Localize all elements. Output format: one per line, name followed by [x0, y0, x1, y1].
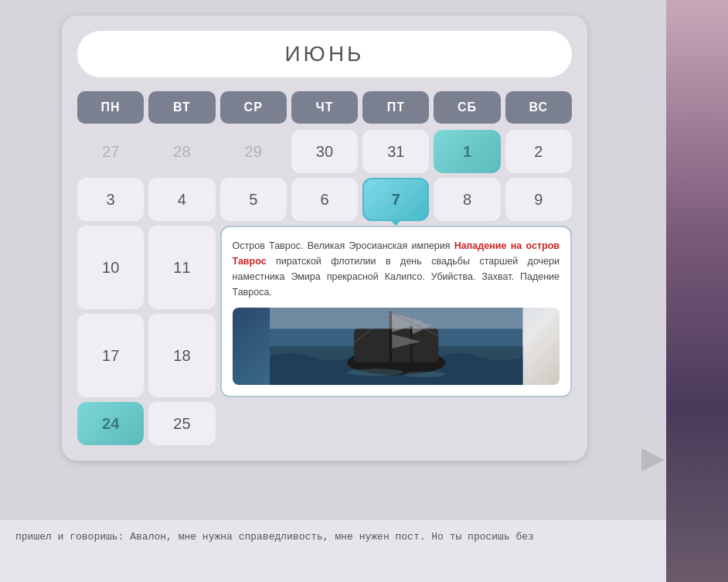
day-29[interactable]: 29 — [220, 130, 287, 173]
day-17[interactable]: 17 — [77, 314, 144, 397]
day-8[interactable]: 8 — [434, 178, 500, 221]
day-31[interactable]: 31 — [362, 130, 429, 173]
svg-point-8 — [347, 369, 403, 376]
event-text-after: пиратской флотилии в день свадьбы старше… — [233, 256, 560, 298]
day-1[interactable]: 1 — [434, 130, 500, 173]
day-3[interactable]: 3 — [77, 178, 144, 221]
weekday-mon: ПН — [77, 91, 144, 124]
bottom-text-area: пришел и говоришь: Авалон, мне нужна спр… — [0, 520, 666, 582]
spacer-last — [220, 402, 572, 445]
day-18[interactable]: 18 — [148, 314, 215, 397]
weekday-thu: ЧТ — [291, 91, 358, 124]
day-27[interactable]: 27 — [77, 130, 144, 173]
day-9[interactable]: 9 — [505, 178, 572, 221]
event-popup: Остров Таврос. Великая Эросианская импер… — [220, 226, 572, 397]
weekday-tue: ВТ — [148, 91, 215, 124]
svg-rect-10 — [270, 308, 522, 328]
decorative-panel — [666, 0, 728, 582]
weekday-fri: ПТ — [362, 91, 429, 124]
day-2[interactable]: 2 — [505, 130, 572, 173]
calendar-container: ИЮНЬ ПН ВТ СР ЧТ ПТ СБ ВС 27 28 29 30 31… — [62, 15, 587, 461]
day-6[interactable]: 6 — [291, 178, 358, 221]
month-header: ИЮНЬ — [77, 31, 572, 77]
bottom-text-content: пришел и говоришь: Авалон, мне нужна спр… — [15, 531, 534, 543]
weekday-sat: СБ — [434, 91, 500, 124]
day-11[interactable]: 11 — [148, 226, 215, 309]
svg-point-9 — [403, 372, 445, 377]
right-arrow-icon[interactable] — [641, 448, 665, 471]
event-text-before: Остров Таврос. Великая Эросианская импер… — [233, 240, 454, 251]
event-image — [233, 308, 560, 385]
weekdays-row: ПН ВТ СР ЧТ ПТ СБ ВС — [77, 91, 572, 124]
day-30[interactable]: 30 — [291, 130, 358, 173]
month-label: ИЮНЬ — [284, 42, 364, 66]
day-10[interactable]: 10 — [77, 226, 144, 309]
ship-illustration — [233, 308, 560, 385]
calendar-week-1: 27 28 29 30 31 1 2 — [77, 130, 572, 173]
calendar-week-2: 3 4 5 6 7 8 9 — [77, 178, 572, 221]
day-25[interactable]: 25 — [148, 402, 215, 445]
day-28[interactable]: 28 — [148, 130, 215, 173]
day-5[interactable]: 5 — [220, 178, 287, 221]
weekday-sun: ВС — [505, 91, 572, 124]
weekday-wed: СР — [220, 91, 287, 124]
day-7[interactable]: 7 — [362, 178, 429, 221]
day-24[interactable]: 24 — [77, 402, 144, 445]
day-4[interactable]: 4 — [148, 178, 215, 221]
